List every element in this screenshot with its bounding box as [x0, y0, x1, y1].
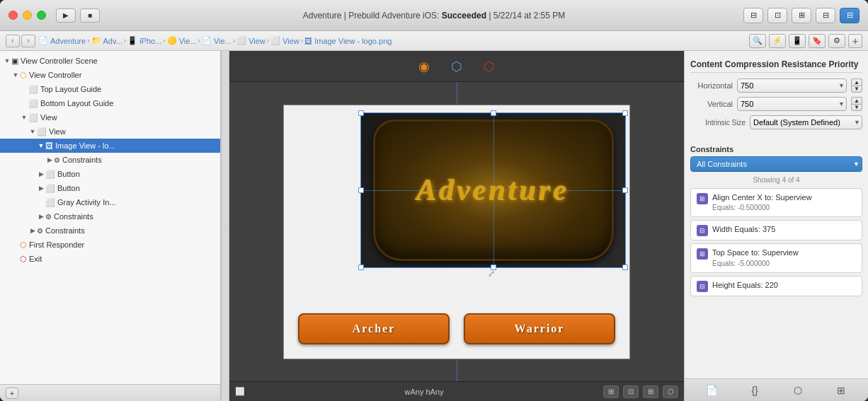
- view-hierarchy-icon[interactable]: ⬡: [446, 56, 467, 77]
- add-constraint-btn[interactable]: +: [6, 388, 18, 399]
- tree-item-constraints1[interactable]: ⚙ Constraints: [0, 153, 220, 167]
- disclosure-constraints1[interactable]: [45, 156, 54, 164]
- inspector-btn[interactable]: 🔍: [749, 34, 766, 48]
- horizontal-stepper-down[interactable]: ▼: [851, 86, 862, 93]
- device-btn[interactable]: 📱: [789, 34, 806, 48]
- run-button[interactable]: ▶: [56, 8, 76, 23]
- pin-icon[interactable]: ⊞: [643, 385, 658, 398]
- button1-icon: ⬜: [45, 170, 55, 179]
- constraint-item-3: ⊞ Top Space to: Superview Equals: -5.000…: [690, 243, 862, 272]
- gray-label: Gray Activity In...: [57, 198, 116, 207]
- exit-icon: ⬡: [20, 255, 27, 264]
- traffic-lights: [8, 11, 46, 20]
- view2-icon: ⬜: [236, 36, 246, 45]
- back-button[interactable]: ‹: [6, 35, 20, 47]
- vc-label: View Controller: [29, 71, 81, 79]
- intrinsic-select[interactable]: Default (System Defined): [750, 115, 862, 129]
- inspector-title: Content Compression Resistance Priority: [690, 57, 862, 73]
- tree-item-button2[interactable]: ⬜ Button: [0, 181, 220, 195]
- vertical-stepper-down[interactable]: ▼: [851, 104, 862, 111]
- tree-item-vc[interactable]: ⬡ View Controller: [0, 68, 220, 82]
- more-btn[interactable]: ⚙: [828, 34, 845, 48]
- bc-viewcontroller[interactable]: 🟡 Vie...: [167, 36, 197, 45]
- disclosure-constraints3[interactable]: [28, 226, 37, 235]
- constraint-icon-2: ⊟: [697, 225, 708, 236]
- disclosure-button1[interactable]: [37, 170, 45, 178]
- forward-button[interactable]: ›: [21, 35, 35, 47]
- file-inspector-btn[interactable]: 📄: [703, 382, 720, 399]
- maximize-button[interactable]: [37, 11, 46, 20]
- disclosure-view2[interactable]: [28, 127, 37, 136]
- minimize-button[interactable]: [23, 11, 32, 20]
- tree-item-exit[interactable]: ⬡ Exit: [0, 252, 220, 266]
- constraints-filter-select[interactable]: All Constraints: [690, 156, 862, 172]
- disclosure-imageview[interactable]: [37, 141, 45, 150]
- disclosure-vc-scene[interactable]: [3, 57, 11, 65]
- tree-item-image-view[interactable]: 🖼 Image View - lo...: [0, 139, 220, 153]
- archer-button[interactable]: Archer: [298, 313, 450, 344]
- folder-icon: 📁: [91, 36, 101, 45]
- navigator-handle[interactable]: ·: [221, 51, 229, 401]
- vertical-select[interactable]: 750: [737, 97, 847, 111]
- hierarchy-btn[interactable]: ⚡: [769, 34, 786, 48]
- stop-button[interactable]: ■: [80, 8, 100, 23]
- horizontal-stepper-up[interactable]: ▲: [851, 79, 862, 86]
- align-icon[interactable]: ⊞: [603, 385, 619, 398]
- debug-toggle[interactable]: ⊡: [767, 8, 787, 23]
- breadcrumb-right: 🔍 ⚡ 📱 🔖 ⚙ +: [749, 34, 862, 48]
- view3-icon: ⬜: [270, 36, 280, 45]
- tree-item-vc-scene[interactable]: ▣ View Controller Scene: [0, 54, 220, 68]
- add-btn[interactable]: +: [848, 34, 862, 48]
- top-layout-icon: ⬜: [28, 85, 38, 94]
- bc-view1[interactable]: 📄 Vie...: [202, 36, 232, 45]
- disclosure-button2[interactable]: [37, 184, 45, 192]
- assistant-toggle[interactable]: ⊞: [792, 8, 811, 23]
- utilities-toggle[interactable]: ⊟: [840, 8, 860, 23]
- tree-item-constraints2[interactable]: ⚙ Constraints: [0, 209, 220, 223]
- bookmark-btn[interactable]: 🔖: [809, 34, 826, 48]
- bc-adv[interactable]: 📁 Adv...: [91, 36, 122, 45]
- vertical-label: Vertical: [690, 100, 733, 108]
- disclosure-view1[interactable]: [20, 113, 28, 122]
- main-window: ▶ ■ Adventure | Prebuild Adventure iOS: …: [0, 0, 868, 401]
- tree-item-gray-activity[interactable]: ⬜ Gray Activity In...: [0, 195, 220, 209]
- canvas-expand-btn[interactable]: ⬜: [235, 387, 245, 396]
- bc-view3[interactable]: ⬜ View: [270, 36, 299, 45]
- tree-item-first-responder[interactable]: ⬡ First Responder: [0, 238, 220, 252]
- disclosure-vc[interactable]: [11, 71, 20, 79]
- exit-label: Exit: [29, 255, 42, 263]
- bc-iphone[interactable]: 📱 iPho...: [127, 36, 161, 45]
- playback-controls: ▶ ■: [56, 8, 100, 23]
- warrior-button[interactable]: Warrior: [464, 313, 615, 344]
- disclosure-constraints2[interactable]: [37, 212, 45, 221]
- tree-item-view1[interactable]: ⬜ View: [0, 110, 220, 124]
- tree-item-constraints3[interactable]: ⚙ Constraints: [0, 223, 220, 238]
- tree-item-button1[interactable]: ⬜ Button: [0, 167, 220, 181]
- resolve-icon[interactable]: ⬡: [663, 385, 678, 398]
- adventure-rock: Adventure: [373, 120, 614, 261]
- device-icon: 📱: [127, 36, 137, 45]
- bc-adventure[interactable]: 📄 Adventure: [38, 36, 86, 45]
- bc-imageview[interactable]: 🖼 Image View - logo.png: [304, 37, 392, 45]
- tree-item-top-layout[interactable]: ⬜ Top Layout Guide: [0, 82, 220, 96]
- tree-item-view2[interactable]: ⬜ View: [0, 124, 220, 139]
- horizontal-select[interactable]: 750: [737, 79, 847, 93]
- warning-icon[interactable]: ⬡: [479, 56, 500, 77]
- constraint-icon[interactable]: ◉: [413, 56, 435, 77]
- inspector-toggle[interactable]: ⊟: [816, 8, 835, 23]
- close-button[interactable]: [8, 11, 18, 20]
- constraints3-label: Constraints: [45, 226, 85, 235]
- constraints-section-label: Constraints: [690, 145, 862, 153]
- vertical-stepper-up[interactable]: ▲: [851, 97, 862, 104]
- view2-icon-tree: ⬜: [37, 127, 47, 136]
- bc-view2[interactable]: ⬜ View: [236, 36, 265, 45]
- navigator-toggle[interactable]: ⊟: [743, 8, 763, 23]
- vc-scene-label: View Controller Scene: [21, 57, 98, 65]
- distribute-icon[interactable]: ⊡: [623, 385, 639, 398]
- tree-item-bottom-layout[interactable]: ⬜ Bottom Layout Guide: [0, 96, 220, 110]
- intrinsic-select-wrapper: Default (System Defined) ▼: [750, 115, 862, 129]
- cube-inspector-btn[interactable]: ⬡: [789, 382, 806, 399]
- grid-inspector-btn[interactable]: ⊞: [833, 382, 850, 399]
- disclosure-gray: [37, 198, 45, 207]
- code-inspector-btn[interactable]: {}: [746, 382, 763, 399]
